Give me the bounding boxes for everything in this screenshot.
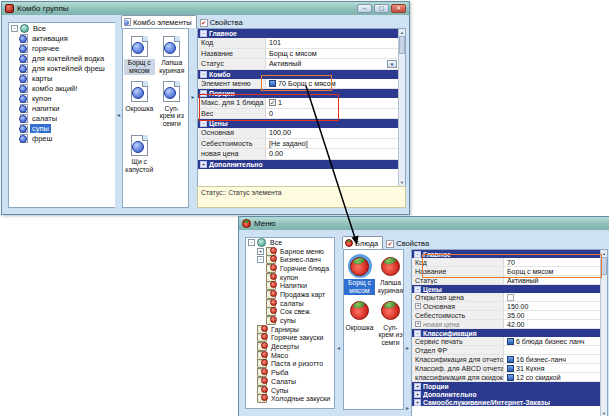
property-value[interactable]: 70 Борщ с мясом (266, 79, 398, 89)
property-value[interactable]: 100.00 (266, 128, 398, 138)
tree-expander-icon[interactable]: - (257, 256, 264, 263)
scroll-right-icon[interactable]: ► (404, 345, 411, 351)
checkbox-icon[interactable] (507, 294, 514, 301)
titlebar[interactable]: Комбо группы –▢✕ (2, 2, 409, 15)
section-header[interactable]: +Самообслуживание/Интернет-Заказы (412, 398, 600, 406)
tab-properties[interactable]: Свойства (384, 238, 433, 249)
tree-item[interactable]: -Все (246, 238, 334, 247)
property-row[interactable]: СтатусАктивный▼ (198, 59, 398, 70)
section-header[interactable]: -Цены (198, 119, 398, 128)
section-expander-icon[interactable]: - (200, 120, 207, 127)
property-value[interactable]: Активный (504, 276, 600, 284)
checkbox-icon[interactable]: ✓ (269, 99, 276, 106)
tree-item[interactable]: Холодные закуски (246, 394, 334, 403)
maximize-button[interactable]: ▢ (374, 4, 389, 13)
tree-item[interactable]: супы (9, 123, 115, 133)
titlebar[interactable]: Меню (239, 217, 609, 230)
property-value[interactable]: 0.00 (266, 149, 398, 159)
tree-item[interactable]: активация (9, 33, 115, 43)
property-row[interactable]: +новая цена42.00 (412, 320, 600, 329)
tree-item[interactable]: купон (9, 93, 115, 103)
combo-item[interactable]: Суп-крем из семги (156, 80, 187, 128)
tree-item[interactable]: Напитки (246, 281, 334, 290)
property-value[interactable]: 42.00 (504, 320, 600, 328)
dropdown-button[interactable]: ▼ (387, 60, 397, 68)
dish-item[interactable]: Лапша куриная (375, 254, 404, 295)
tree-item[interactable]: салаты (9, 113, 115, 123)
property-row[interactable]: Основная100.00 (198, 128, 398, 139)
property-row[interactable]: Себестоимость35.00 (412, 311, 600, 320)
section-header[interactable]: +Порции (412, 382, 600, 390)
property-row[interactable]: Код101 (198, 38, 398, 49)
combo-item[interactable]: Борщ с мясом (124, 34, 155, 75)
collapse-left-icon[interactable]: ◄ (115, 112, 122, 118)
section-header[interactable]: -Главное (412, 250, 600, 258)
section-header[interactable]: -Классификация (412, 329, 600, 337)
scroll-down-icon[interactable]: ▼ (399, 180, 405, 185)
combo-item[interactable]: Окрошка (124, 80, 155, 128)
property-value[interactable] (504, 293, 600, 301)
section-header[interactable]: +Дополнительно (198, 160, 398, 169)
row-expander-icon[interactable]: + (415, 321, 421, 327)
section-header[interactable]: -Цены (412, 285, 600, 293)
row-expander-icon[interactable]: + (415, 303, 421, 309)
section-expander-icon[interactable]: - (414, 251, 421, 258)
tree-item[interactable]: Мясо (246, 351, 334, 360)
tree-item[interactable]: -Все (9, 23, 115, 33)
property-value[interactable]: 6 блюда бизнес ланч (504, 337, 600, 345)
scroll-up-icon[interactable]: ▲ (399, 30, 405, 35)
scroll-right-icon[interactable]: ► (404, 405, 411, 411)
section-expander-icon[interactable]: + (414, 391, 421, 398)
combo-item[interactable]: Щи с капустой (124, 133, 155, 174)
collapse-left-icon[interactable]: ◄ (335, 345, 342, 351)
tree-expander-icon[interactable]: - (11, 25, 18, 32)
property-row[interactable]: Классификация для отчетов16 бизнес-ланч (412, 355, 600, 364)
section-expander-icon[interactable]: + (200, 161, 207, 168)
tree-expander-icon[interactable]: + (257, 248, 264, 255)
tree-item[interactable]: Десерты (246, 342, 334, 351)
property-value[interactable]: [Не задано] (266, 139, 398, 149)
tree-item[interactable]: супы (246, 316, 334, 325)
property-row[interactable]: новая цена0.00 (198, 149, 398, 160)
tab-items[interactable]: Комбо элементы (121, 15, 197, 28)
property-row[interactable]: НазваниеБорщ с мясом (198, 49, 398, 60)
property-row[interactable]: Элемент меню70 Борщ с мясом (198, 79, 398, 90)
tree-item[interactable]: Гарниры (246, 325, 334, 334)
property-value[interactable]: Активный▼ (266, 59, 398, 69)
tree-item[interactable]: Продажа карт (246, 290, 334, 299)
splitter[interactable]: ◄ ◄ (335, 237, 342, 409)
minimize-button[interactable]: – (357, 4, 372, 13)
property-row[interactable]: Код70 (412, 258, 600, 267)
tree-item[interactable]: комбо акций! (9, 83, 115, 93)
section-header[interactable]: -Порции (198, 89, 398, 98)
property-row[interactable]: НазваниеБорщ с мясом (412, 267, 600, 276)
tree-item[interactable]: Горячие закуски (246, 334, 334, 343)
tree-item[interactable]: -Бизнес-ланч (246, 255, 334, 264)
property-row[interactable]: Отдел ФР (412, 346, 600, 355)
property-value[interactable]: Борщ с мясом (504, 267, 600, 275)
dish-item[interactable]: Суп-крем из семги (375, 299, 404, 347)
scroll-right-icon[interactable]: ► (189, 94, 197, 100)
property-row[interactable]: +Основная150.00 (412, 302, 600, 311)
section-header[interactable]: +Дополнительно (412, 390, 600, 398)
section-expander-icon[interactable]: - (414, 286, 421, 293)
property-row[interactable]: Вес0 (198, 109, 398, 120)
property-value[interactable]: 101 (266, 38, 398, 48)
section-header[interactable]: -Главное (198, 29, 398, 38)
combo-item[interactable]: Лапша куриная (156, 34, 187, 75)
vertical-scrollbar[interactable]: ▲ ▼ (398, 29, 405, 186)
tree-item[interactable]: Паста и ризотто (246, 360, 334, 369)
tree-item[interactable]: карты (9, 73, 115, 83)
scroll-strip[interactable]: ► ► (404, 249, 411, 416)
property-row[interactable]: Макс. для 1 блюда✓1 (198, 98, 398, 109)
section-expander-icon[interactable]: - (200, 71, 207, 78)
property-value[interactable] (504, 346, 600, 354)
tree-item[interactable]: для коктейлей фреш (9, 63, 115, 73)
property-row[interactable]: Классиф. для ABCD отчета31 Кухня (412, 364, 600, 373)
tree-item[interactable]: Горячие блюда (246, 264, 334, 273)
scrollbar-thumb[interactable] (601, 257, 607, 275)
splitter[interactable]: ◄ (115, 22, 122, 208)
property-value[interactable]: 0 (266, 109, 398, 119)
tree-item[interactable]: салаты (246, 299, 334, 308)
property-value[interactable]: 35.00 (504, 311, 600, 319)
